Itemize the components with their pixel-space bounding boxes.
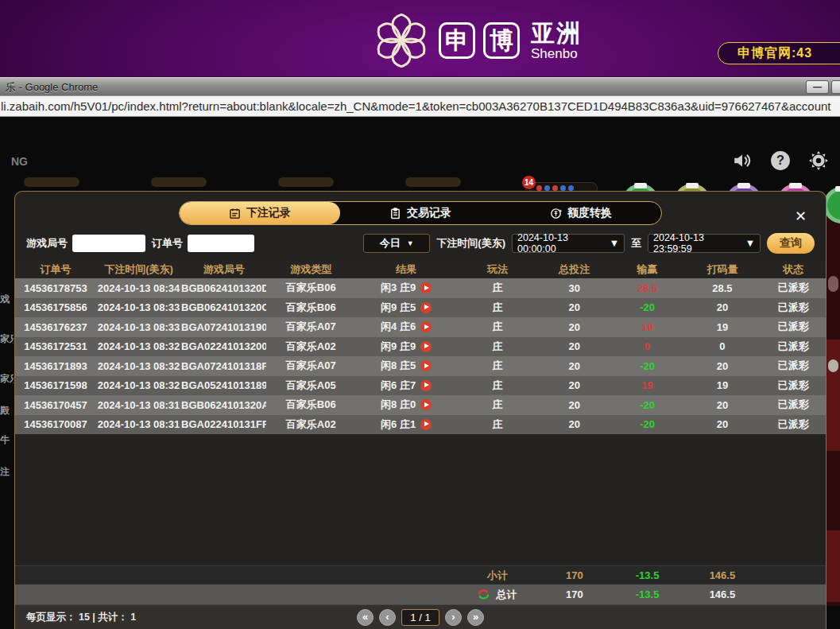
cell-status: 已派彩 <box>761 398 826 412</box>
order-filter-input[interactable] <box>188 235 254 252</box>
total-winloss: -13.5 <box>611 588 684 600</box>
flower-logo-icon <box>372 11 431 70</box>
result-text: 闲8 庄0 <box>381 398 416 412</box>
col-header: 输赢 <box>611 262 684 277</box>
help-icon[interactable]: ? <box>770 150 791 171</box>
cell-bet-time: 2024-10-13 08:33 <box>96 301 181 313</box>
refresh-swap-icon[interactable] <box>478 588 490 600</box>
cell-result: 闲6 庄7 <box>355 379 457 393</box>
cell-play-type: 庄 <box>457 281 538 295</box>
first-page-button[interactable]: « <box>357 609 374 626</box>
tab-credit-transfer[interactable]: 额度转换 <box>501 202 661 224</box>
cell-order-id: 14536171598 <box>15 379 96 391</box>
browser-address-bar[interactable]: li.zabaih.com/h5V01/pc/index.html?return… <box>0 95 840 117</box>
order-filter-label: 订单号 <box>152 236 183 250</box>
svg-text:?: ? <box>776 153 784 167</box>
cell-game-type: 百家乐B06 <box>266 281 355 295</box>
logo-char-box: 申 <box>439 22 475 59</box>
cell-turnover: 20 <box>683 301 761 313</box>
gear-icon[interactable] <box>808 150 829 171</box>
table-body: 145361787532024-10-13 08:34BGB0624101320… <box>15 278 826 434</box>
next-page-button[interactable]: › <box>445 609 462 626</box>
last-page-button[interactable]: » <box>467 609 484 626</box>
col-header: 结果 <box>355 262 457 277</box>
subtotal-turnover: 146.5 <box>683 569 761 581</box>
table-row: 145361704572024-10-13 08:31BGB0624101320… <box>15 395 826 415</box>
cell-turnover: 28.5 <box>683 282 761 294</box>
cell-game-round: BGA0724101318F <box>181 360 266 372</box>
replay-icon[interactable] <box>420 360 432 371</box>
cell-status: 已派彩 <box>761 379 826 393</box>
modal-tabbar: 下注记录 交易记录 额度转换 <box>179 201 662 225</box>
logo-en-text: Shenbo <box>531 47 582 60</box>
bg-menu-fragment: 家乐 <box>0 372 14 386</box>
prev-page-button[interactable]: ‹ <box>379 609 396 626</box>
replay-icon[interactable] <box>420 399 432 410</box>
date-to-value: 2024-10-13 23:59:59 <box>653 232 745 254</box>
replay-icon[interactable] <box>420 321 432 332</box>
cell-play-type: 庄 <box>457 398 538 412</box>
col-header: 游戏类型 <box>266 262 355 277</box>
date-from-select[interactable]: 2024-10-13 00:00:00 ▼ <box>512 234 625 253</box>
cell-result: 闲9 庄9 <box>355 340 457 354</box>
cell-result: 闲8 庄5 <box>355 359 457 373</box>
official-site-badge: 申博官网:43 <box>718 42 840 64</box>
cell-total-bet: 20 <box>538 360 611 372</box>
total-turnover: 146.5 <box>683 588 761 600</box>
replay-icon[interactable] <box>420 380 432 391</box>
result-text: 闲6 庄1 <box>381 417 416 432</box>
cell-result: 闲3 庄9 <box>355 281 457 295</box>
round-filter-input[interactable] <box>72 235 145 252</box>
credit-transfer-icon <box>550 208 562 219</box>
replay-icon[interactable] <box>420 302 432 313</box>
subtotal-winloss: -13.5 <box>611 569 684 581</box>
result-text: 闲4 庄6 <box>381 320 416 334</box>
close-icon[interactable]: ✕ <box>795 209 807 223</box>
cell-status: 已派彩 <box>761 301 826 315</box>
bg-menu-fragment: 家乐 <box>0 332 14 346</box>
cell-status: 已派彩 <box>761 281 826 295</box>
cell-order-id: 14536176237 <box>15 321 96 333</box>
cell-game-round: BGB0624101320A <box>181 399 266 411</box>
cell-order-id: 14536178753 <box>15 282 96 294</box>
tab-transaction-records[interactable]: 交易记录 <box>340 202 501 224</box>
cell-win-loss: 19 <box>611 379 684 391</box>
cell-win-loss: 0 <box>611 340 684 352</box>
maximize-button[interactable] <box>831 80 840 94</box>
cell-total-bet: 20 <box>538 301 611 313</box>
cell-total-bet: 20 <box>538 340 611 352</box>
cell-turnover: 19 <box>683 321 761 333</box>
cell-game-round: BGA05241013189 <box>181 379 266 391</box>
query-button[interactable]: 查询 <box>767 233 815 254</box>
chevron-down-icon: ▼ <box>745 238 755 249</box>
bg-menu-fragment: 戏 <box>0 293 14 306</box>
url-text: li.zabaih.com/h5V01/pc/index.html?return… <box>0 99 831 113</box>
volume-icon[interactable] <box>732 150 753 171</box>
result-text: 闲9 庄9 <box>381 340 416 354</box>
replay-icon[interactable] <box>420 282 432 293</box>
date-to-select[interactable]: 2024-10-13 23:59:59 ▼ <box>648 234 761 253</box>
cell-status: 已派彩 <box>761 340 826 354</box>
subtotal-label: 小计 <box>457 569 538 583</box>
cell-bet-time: 2024-10-13 08:31 <box>96 399 181 411</box>
replay-icon[interactable] <box>420 419 432 430</box>
replay-icon[interactable] <box>420 341 432 352</box>
site-header: 申 博 亚洲 Shenbo 申博官网:43 <box>0 0 840 77</box>
cell-game-round: BGB0624101320D <box>181 282 266 294</box>
logo-region-text: 亚洲 <box>531 21 582 45</box>
cell-turnover: 0 <box>683 340 761 352</box>
tab-bet-records[interactable]: 下注记录 <box>180 202 340 224</box>
total-label: 总计 <box>496 588 517 602</box>
result-text: 闲3 庄9 <box>381 281 416 295</box>
cell-order-id: 14536172531 <box>15 340 96 352</box>
cell-result: 闲9 庄5 <box>355 301 457 315</box>
cell-total-bet: 20 <box>538 379 611 391</box>
cell-turnover: 20 <box>683 399 761 411</box>
cell-play-type: 庄 <box>457 301 538 315</box>
cell-win-loss: -20 <box>611 301 684 313</box>
minimize-button[interactable]: — <box>806 80 829 94</box>
round-filter-label: 游戏局号 <box>26 236 68 250</box>
date-range-select[interactable]: 今日 ▼ <box>363 234 430 253</box>
col-header: 总投注 <box>538 262 611 277</box>
bet-records-icon <box>229 208 241 219</box>
